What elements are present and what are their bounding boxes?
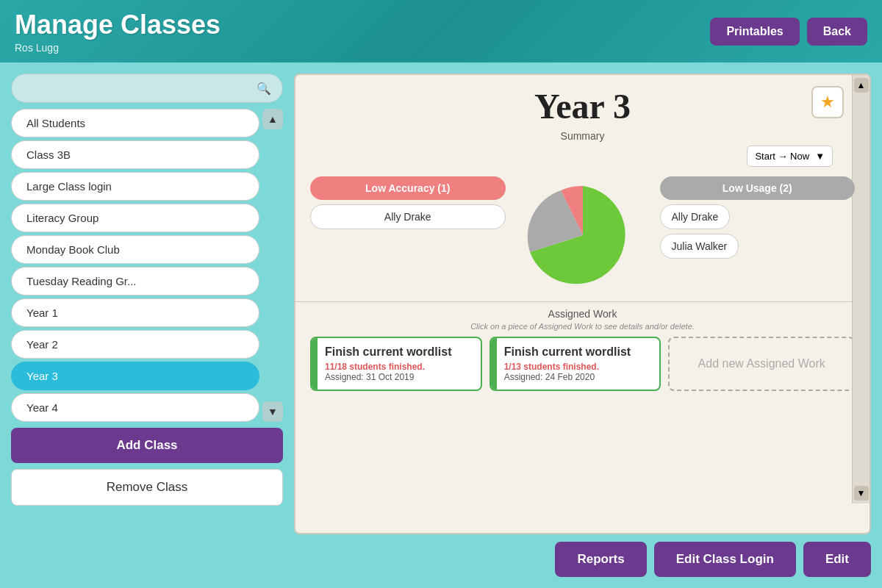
class-item-year-4[interactable]: Year 4 bbox=[11, 393, 259, 422]
assigned-cards: Finish current wordlist 11/18 students f… bbox=[310, 337, 855, 391]
work-card-0[interactable]: Finish current wordlist 11/18 students f… bbox=[310, 337, 482, 391]
header-right: Printables Back bbox=[710, 18, 867, 46]
low-accuracy-student-0: Ally Drake bbox=[310, 204, 506, 229]
class-item-tuesday-reading[interactable]: Tuesday Reading Gr... bbox=[11, 267, 259, 295]
remove-class-button[interactable]: Remove Class bbox=[11, 469, 283, 506]
work-card-0-title: Finish current wordlist bbox=[325, 345, 473, 359]
pie-chart-svg bbox=[520, 179, 645, 293]
class-item-year-1[interactable]: Year 1 bbox=[11, 298, 259, 327]
work-card-1-title: Finish current wordlist bbox=[504, 345, 653, 359]
star-icon: ★ bbox=[820, 93, 835, 112]
work-card-0-inner: Finish current wordlist 11/18 students f… bbox=[319, 345, 473, 382]
right-panel: ▲ ▼ Year 3 ★ Summary Start → Now ▼ bbox=[294, 74, 871, 577]
class-item-year-2[interactable]: Year 2 bbox=[11, 330, 259, 359]
scroll-down-button[interactable]: ▼ bbox=[262, 401, 283, 422]
assigned-work-hint: Click on a piece of Assigned Work to see… bbox=[310, 322, 855, 331]
star-button[interactable]: ★ bbox=[811, 86, 844, 118]
low-usage-badge: Low Usage (2) bbox=[660, 176, 856, 200]
printables-button[interactable]: Printables bbox=[710, 18, 799, 46]
class-items-col: All StudentsClass 3BLarge Class loginLit… bbox=[11, 109, 259, 422]
edit-button[interactable]: Edit bbox=[803, 542, 871, 577]
assigned-work-section: Assigned Work Click on a piece of Assign… bbox=[295, 301, 870, 398]
class-item-literacy-group[interactable]: Literacy Group bbox=[11, 204, 259, 232]
low-usage-panel: Low Usage (2) Ally Drake Julia Walker bbox=[660, 176, 856, 259]
scroll-bottom-button[interactable]: ▼ bbox=[854, 486, 869, 501]
edit-class-login-button[interactable]: Edit Class Login bbox=[654, 542, 796, 577]
summary-label: Summary bbox=[310, 130, 855, 142]
class-item-year-3[interactable]: Year 3 bbox=[11, 362, 259, 390]
scroll-col: ▲ ▼ bbox=[262, 109, 283, 422]
class-list-container: All StudentsClass 3BLarge Class loginLit… bbox=[11, 109, 283, 422]
class-title-row: Year 3 ★ bbox=[295, 75, 870, 130]
summary-content: Low Accuracy (1) Ally Drake bbox=[310, 176, 855, 294]
class-item-class-3b[interactable]: Class 3B bbox=[11, 140, 259, 169]
work-card-1-students: 1/13 students finished. bbox=[504, 362, 653, 372]
header-left: Manage Classes Ros Lugg bbox=[15, 10, 220, 54]
work-card-1-assigned: Assigned: 24 Feb 2020 bbox=[504, 372, 653, 382]
add-work-label: Add new Assigned Work bbox=[698, 357, 825, 370]
class-item-all-students[interactable]: All Students bbox=[11, 109, 259, 137]
work-card-0-students: 11/18 students finished. bbox=[325, 362, 473, 372]
back-button[interactable]: Back bbox=[807, 18, 867, 46]
assigned-work-label: Assigned Work bbox=[310, 308, 855, 320]
bottom-actions: Reports Edit Class Login Edit bbox=[294, 542, 871, 577]
pie-chart bbox=[517, 176, 649, 294]
low-accuracy-badge: Low Accuracy (1) bbox=[310, 176, 506, 200]
search-box[interactable]: 🔍 bbox=[11, 74, 283, 103]
class-title: Year 3 bbox=[534, 86, 631, 126]
low-accuracy-panel: Low Accuracy (1) Ally Drake bbox=[310, 176, 506, 229]
search-input[interactable] bbox=[23, 82, 257, 94]
scroll-up-button[interactable]: ▲ bbox=[262, 109, 283, 129]
left-panel: 🔍 All StudentsClass 3BLarge Class loginL… bbox=[11, 74, 283, 577]
summary-section: Summary Start → Now ▼ Low Accuracy (1) A… bbox=[295, 130, 870, 301]
main-content: 🔍 All StudentsClass 3BLarge Class loginL… bbox=[0, 62, 882, 588]
reports-button[interactable]: Reports bbox=[555, 542, 646, 577]
date-range-value: Start → Now bbox=[755, 151, 809, 162]
search-icon: 🔍 bbox=[257, 82, 271, 96]
add-work-card[interactable]: Add new Assigned Work bbox=[668, 337, 855, 391]
page-title: Manage Classes bbox=[15, 10, 220, 40]
class-item-monday-book-club[interactable]: Monday Book Club bbox=[11, 235, 259, 264]
work-card-1-inner: Finish current wordlist 1/13 students fi… bbox=[498, 345, 653, 382]
add-class-button[interactable]: Add Class bbox=[11, 428, 283, 463]
work-card-0-assigned: Assigned: 31 Oct 2019 bbox=[325, 372, 473, 382]
user-name: Ros Lugg bbox=[15, 42, 220, 54]
content-area: ▲ ▼ Year 3 ★ Summary Start → Now ▼ bbox=[294, 74, 871, 534]
dropdown-icon: ▼ bbox=[815, 151, 825, 162]
header: Manage Classes Ros Lugg Printables Back bbox=[0, 0, 882, 62]
work-card-1[interactable]: Finish current wordlist 1/13 students fi… bbox=[490, 337, 662, 391]
low-usage-student-1: Julia Walker bbox=[660, 234, 739, 259]
class-item-large-class-login[interactable]: Large Class login bbox=[11, 172, 259, 201]
date-range-select[interactable]: Start → Now ▼ bbox=[747, 146, 833, 167]
low-usage-student-0: Ally Drake bbox=[660, 204, 731, 229]
